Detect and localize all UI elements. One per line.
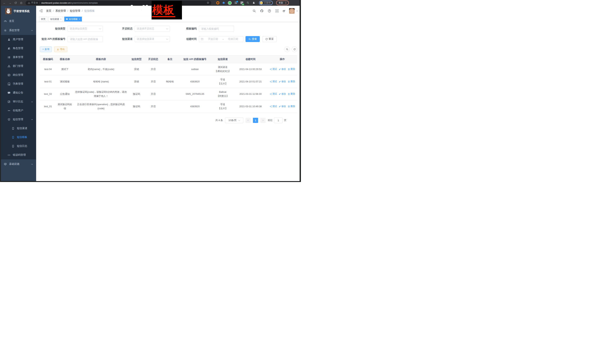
grid-extension-icon[interactable] — [234, 1, 237, 5]
tag-sms-template[interactable]: 短信模板 × — [64, 17, 82, 21]
sidebar-item-dict-management[interactable]: 字典管理 — [0, 79, 36, 88]
page-content: 短信类型 请选择短信类型 开启状态 请选择开启状态 模板编码 — [36, 22, 301, 182]
window-edge-bottom — [0, 181, 301, 182]
github-icon[interactable] — [260, 9, 263, 13]
sidebar-item-sms-channel[interactable]: 短信渠道 — [0, 124, 36, 133]
address-bar[interactable]: 不安全 dashboard.yudao.iocoder.cn/system/sm… — [26, 1, 211, 5]
filter-label: 模板编码 — [170, 27, 199, 30]
profile-chip-label: 已暂停 — [264, 1, 271, 4]
search-button[interactable]: 搜索 — [246, 36, 260, 42]
trash-icon — [288, 81, 290, 83]
test-link[interactable]: 测试 — [269, 67, 277, 71]
not-secure-warning[interactable]: 不安全 — [28, 1, 38, 4]
sidebar-item-home[interactable]: 首页 — [0, 16, 36, 26]
sms-type-select[interactable]: 请选择短信类型 — [68, 26, 103, 32]
end-date-placeholder[interactable]: 结束日期 — [225, 37, 241, 41]
test-link[interactable]: 测试 — [269, 80, 277, 83]
app-logo-image — [5, 8, 11, 14]
export-button[interactable]: 导出 — [54, 46, 67, 52]
api-template-id-input[interactable] — [70, 38, 101, 41]
profile-chip[interactable]: 已暂停 — [259, 1, 273, 5]
sidebar-item-sms-log[interactable]: 短信日志 — [0, 142, 36, 151]
delete-link[interactable]: 删除 — [288, 80, 295, 83]
sidebar-collapse-icon[interactable] — [40, 9, 43, 13]
sms-template-table: 模板编码 模板名称 模板内容 短信类型 开启状态 备注 短信 API 的模板编号… — [40, 55, 297, 113]
sidebar-item-audit-log[interactable]: 审计日志 — [0, 97, 36, 106]
user-avatar[interactable] — [289, 8, 295, 14]
sidebar-item-notice[interactable]: 通知公告 — [0, 88, 36, 97]
cell-created: 2021-04-10 01:07:21 — [234, 75, 267, 88]
browser-update-button[interactable]: 更新 ⋮ — [276, 0, 289, 5]
sidebar-item-dept-management[interactable]: 部门管理 — [0, 62, 36, 71]
blue-diamond-extension-icon[interactable] — [222, 1, 225, 5]
avatar-caret-icon[interactable]: ▾ — [296, 10, 298, 12]
browser-back-icon[interactable]: ← — [3, 1, 6, 5]
add-button[interactable]: + 新增 — [40, 46, 52, 52]
breadcrumb-item-home[interactable]: 首页 — [46, 9, 51, 13]
app-title: 芋道管理系统 — [13, 10, 30, 13]
next-page-button[interactable] — [260, 118, 266, 123]
font-size-icon[interactable]: tT — [283, 10, 285, 13]
prev-page-button[interactable] — [246, 118, 251, 123]
status-select[interactable]: 请选择开启状态 — [135, 26, 170, 32]
breadcrumb-separator: / — [53, 10, 54, 12]
sidebar-item-errorcode-management[interactable]: 错误码管理 — [0, 151, 36, 159]
template-code-input[interactable] — [201, 27, 232, 30]
test-link[interactable]: 测试 — [269, 92, 277, 96]
breadcrumb-item-system[interactable]: 系统管理 — [55, 9, 66, 13]
y-extension-icon[interactable]: y — [228, 1, 232, 5]
reset-button[interactable]: 重置 — [262, 36, 277, 42]
bookmark-star-icon[interactable] — [207, 1, 209, 5]
tag-close-icon[interactable]: × — [60, 18, 61, 20]
tag-close-icon[interactable]: × — [79, 18, 80, 20]
extensions-puzzle-icon[interactable] — [252, 1, 255, 5]
tag-sms-channel[interactable]: 短信渠道 × — [48, 17, 63, 21]
browser-home-icon[interactable] — [19, 1, 23, 5]
goto-page-input[interactable] — [274, 118, 283, 123]
delete-link[interactable]: 删除 — [288, 67, 295, 71]
sidebar-item-role-management[interactable]: 角色管理 — [0, 44, 36, 53]
orange-ring-extension-icon[interactable] — [216, 1, 219, 5]
delete-link[interactable]: 删除 — [288, 104, 295, 108]
edit-link[interactable]: 修改 — [279, 80, 286, 83]
sidebar-item-online-users[interactable]: 在线用户 — [0, 106, 36, 115]
date-range-picker[interactable]: 开始日期 - 结束日期 — [199, 36, 243, 42]
cell-remark: f哈哈哈 — [162, 75, 178, 88]
browser-reload-icon[interactable] — [14, 1, 17, 5]
sidebar-item-label: 首页 — [9, 20, 14, 23]
page-size-select[interactable]: 10条/页 — [225, 118, 243, 123]
col-header: 操作 — [267, 56, 297, 63]
magnifier-extension-icon[interactable] — [246, 1, 249, 5]
show-search-button[interactable] — [284, 46, 290, 52]
edit-link[interactable]: 修改 — [279, 104, 286, 108]
tag-home[interactable]: 首页 — [39, 17, 47, 21]
smiley-avatar-icon — [260, 1, 263, 4]
dictionary-book-icon — [7, 82, 10, 85]
list-extension-icon[interactable]: on — [240, 1, 244, 5]
phone-icon — [11, 145, 14, 147]
app-logo-row[interactable]: 芋道管理系统 — [0, 6, 36, 16]
sidebar-item-sms-management[interactable]: 短信管理 — [0, 115, 36, 124]
browser-forward-icon[interactable]: → — [8, 1, 12, 5]
sidebar-item-infrastructure[interactable]: 基础设施 — [0, 159, 36, 169]
chevron-right-icon — [262, 119, 264, 121]
help-icon[interactable] — [268, 9, 271, 13]
test-link[interactable]: 测试 — [269, 104, 277, 108]
breadcrumb-item-sms[interactable]: 短信管理 — [70, 9, 80, 13]
start-date-placeholder[interactable]: 开始日期 — [205, 37, 221, 41]
sidebar-item-menu-management[interactable]: 菜单管理 — [0, 53, 36, 62]
fullscreen-icon[interactable] — [275, 9, 279, 13]
sidebar-item-user-management[interactable]: 用户管理 — [0, 35, 36, 44]
sidebar-item-sms-template[interactable]: 短信模板 — [0, 133, 36, 142]
sidebar-item-post-management[interactable]: 岗位管理 — [0, 71, 36, 79]
sidebar-item-system-management[interactable]: 系统管理 — [0, 26, 36, 35]
refresh-table-button[interactable] — [292, 46, 297, 52]
channel-select[interactable]: 请选择短信渠道 — [135, 36, 170, 42]
browser-menu-icon[interactable]: ⋮ — [285, 1, 287, 4]
page-number-1[interactable]: 1 — [253, 118, 258, 123]
delete-link[interactable]: 删除 — [288, 92, 295, 96]
search-icon[interactable] — [252, 9, 256, 13]
table-row: test_01 测试验证码短信 正在进行登录操作{operation}，您的验证… — [40, 100, 297, 113]
edit-link[interactable]: 修改 — [279, 67, 286, 71]
edit-link[interactable]: 修改 — [279, 92, 286, 96]
